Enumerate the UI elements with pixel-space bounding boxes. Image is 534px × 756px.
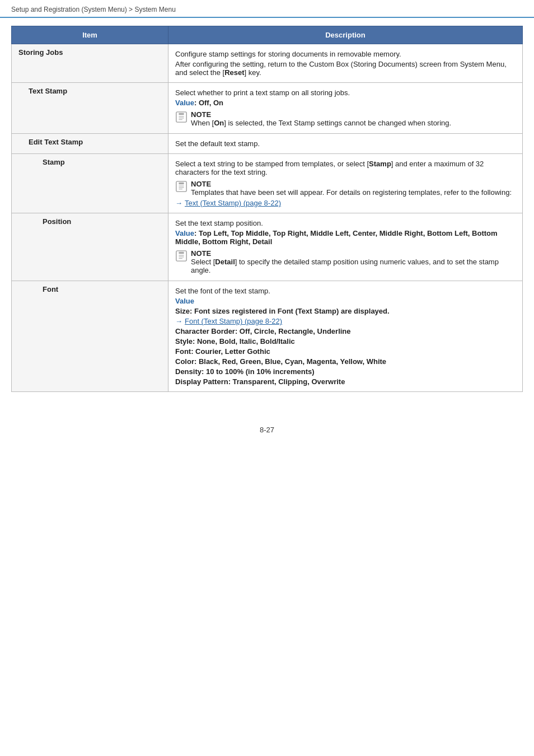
table-row: StampSelect a text string to be stamped … — [12, 154, 523, 213]
bold-text: Font: Courier, Letter Gothic — [175, 347, 516, 356]
desc-text: Set the text stamp position. — [175, 219, 516, 227]
bold-text: Size: Font sizes registered in Font (Tex… — [175, 307, 516, 315]
item-label: Edit Text Stamp — [29, 138, 83, 146]
arrow-icon: → — [175, 199, 182, 207]
main-table: Item Description Storing JobsConfigure s… — [11, 26, 523, 392]
link-anchor[interactable]: Font (Text Stamp) (page 8-22) — [185, 317, 282, 325]
page-container: Item Description Storing JobsConfigure s… — [0, 26, 534, 409]
desc-text: Configure stamp settings for storing doc… — [175, 50, 516, 58]
note-box: NOTE Templates that have been set will a… — [175, 180, 516, 197]
bold-text: Display Pattern: Transparent, Clipping, … — [175, 377, 516, 386]
item-cell: Stamp — [12, 154, 168, 213]
note-text: When [On] is selected, the Text Stamp se… — [191, 119, 451, 127]
item-label: Text Stamp — [29, 87, 67, 95]
table-row: Text StampSelect whether to print a text… — [12, 83, 523, 134]
desc-cell: Set the text stamp position.Value: Top L… — [168, 213, 523, 281]
note-label: NOTE — [191, 110, 211, 119]
desc-text: Set the font of the text stamp. — [175, 287, 516, 295]
svg-rect-6 — [179, 183, 184, 185]
bold-text: Density: 10 to 100% (in 10% increments) — [175, 367, 516, 376]
note-text: Templates that have been set will appear… — [191, 188, 512, 197]
col-item-header: Item — [12, 26, 168, 44]
note-box: NOTE When [On] is selected, the Text Sta… — [175, 110, 516, 127]
bold-text: Style: None, Bold, Italic, Bold/Italic — [175, 337, 516, 346]
breadcrumb: Setup and Registration (System Menu) > S… — [0, 0, 534, 18]
note-icon — [175, 110, 188, 125]
desc-cell: Set the default text stamp. — [168, 134, 523, 154]
desc-cell: Select a text string to be stamped from … — [168, 154, 523, 213]
desc-text: After configuring the setting, return to… — [175, 60, 516, 77]
item-label: Font — [43, 285, 58, 293]
value-header: Value — [175, 297, 516, 305]
link-item[interactable]: →Text (Text Stamp) (page 8-22) — [175, 199, 516, 207]
item-label: Position — [43, 217, 71, 226]
note-icon — [175, 180, 188, 194]
svg-rect-11 — [179, 252, 184, 254]
note-text: Select [Detail] to specify the detailed … — [191, 258, 499, 274]
desc-cell: Configure stamp settings for storing doc… — [168, 44, 523, 83]
desc-cell: Set the font of the text stamp.ValueSize… — [168, 281, 523, 392]
desc-text: Select whether to print a text stamp on … — [175, 88, 516, 97]
note-icon — [175, 249, 188, 264]
link-anchor[interactable]: Text (Text Stamp) (page 8-22) — [185, 199, 281, 207]
item-label: Stamp — [43, 158, 65, 166]
table-row: PositionSet the text stamp position.Valu… — [12, 213, 523, 281]
item-cell: Storing Jobs — [12, 44, 168, 83]
item-cell: Text Stamp — [12, 83, 168, 134]
svg-rect-1 — [179, 113, 184, 115]
note-label: NOTE — [191, 249, 211, 258]
note-content: NOTE When [On] is selected, the Text Sta… — [191, 110, 451, 127]
note-content: NOTE Templates that have been set will a… — [191, 180, 512, 197]
page-number: 8-27 — [0, 426, 534, 434]
link-item[interactable]: →Font (Text Stamp) (page 8-22) — [175, 317, 516, 325]
table-row: FontSet the font of the text stamp.Value… — [12, 281, 523, 392]
table-row: Edit Text StampSet the default text stam… — [12, 134, 523, 154]
desc-text: Set the default text stamp. — [175, 139, 516, 148]
value-text: Value: Off, On — [175, 99, 516, 107]
item-cell: Position — [12, 213, 168, 281]
desc-cell: Select whether to print a text stamp on … — [168, 83, 523, 134]
note-label: NOTE — [191, 180, 211, 188]
note-content: NOTE Select [Detail] to specify the deta… — [191, 249, 516, 274]
item-cell: Edit Text Stamp — [12, 134, 168, 154]
desc-text: Select a text string to be stamped from … — [175, 160, 516, 176]
arrow-icon: → — [175, 317, 182, 325]
bold-text: Color: Black, Red, Green, Blue, Cyan, Ma… — [175, 357, 516, 366]
note-box: NOTE Select [Detail] to specify the deta… — [175, 249, 516, 274]
table-row: Storing JobsConfigure stamp settings for… — [12, 44, 523, 83]
value-text: Value: Top Left, Top Middle, Top Right, … — [175, 229, 516, 246]
item-cell: Font — [12, 281, 168, 392]
item-label: Storing Jobs — [18, 48, 63, 57]
bold-text: Character Border: Off, Circle, Rectangle… — [175, 327, 516, 335]
col-desc-header: Description — [168, 26, 523, 44]
